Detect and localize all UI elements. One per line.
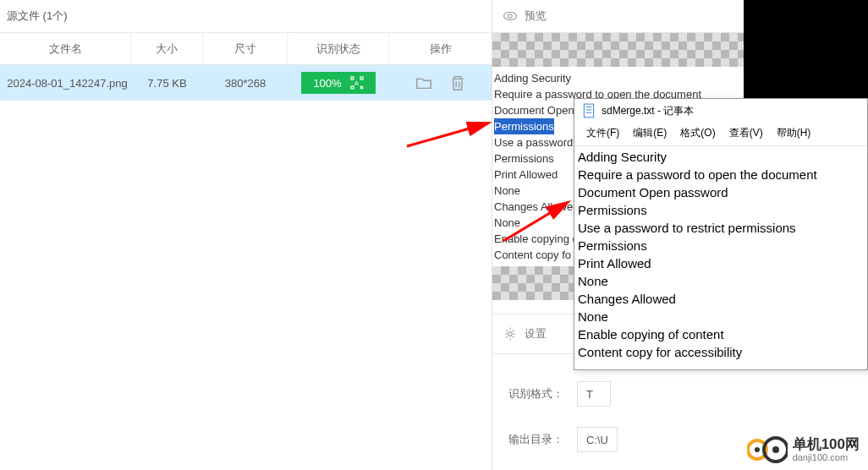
cell-actions bbox=[389, 65, 492, 101]
setting-row-format: 识别格式： T bbox=[492, 371, 868, 417]
table-row[interactable]: 2024-08-01_142247.png 7.75 KB 380*268 10… bbox=[0, 65, 492, 101]
left-panel: 源文件 (1个) 文件名 大小 尺寸 识别状态 操作 2024-08-01_14… bbox=[0, 0, 492, 470]
notepad-line: Print Allowed bbox=[578, 254, 864, 272]
status-percent: 100% bbox=[313, 77, 341, 90]
svg-rect-7 bbox=[584, 104, 593, 118]
notepad-line: Document Open password bbox=[578, 183, 864, 201]
label-output: 输出目录： bbox=[492, 432, 577, 447]
col-header-dim: 尺寸 bbox=[203, 33, 288, 64]
cell-filename: 2024-08-01_142247.png bbox=[0, 65, 131, 101]
status-badge: 100% A bbox=[301, 72, 375, 94]
settings-title: 设置 bbox=[525, 326, 547, 342]
cell-dim: 380*268 bbox=[203, 65, 288, 101]
delete-icon[interactable] bbox=[448, 74, 467, 92]
svg-rect-2 bbox=[351, 86, 354, 89]
notepad-menubar: 文件(F) 编辑(E) 格式(O) 查看(V) 帮助(H) bbox=[574, 123, 867, 146]
notepad-line: Enable copying of content bbox=[578, 325, 864, 343]
col-header-name: 文件名 bbox=[0, 33, 131, 64]
notepad-line: Adding Security bbox=[578, 148, 864, 166]
menu-edit[interactable]: 编辑(E) bbox=[628, 124, 672, 142]
svg-point-5 bbox=[508, 14, 513, 19]
svg-point-4 bbox=[504, 13, 517, 20]
notepad-line: Use a password to restrict permissions bbox=[578, 219, 864, 237]
notepad-line: Permissions bbox=[578, 237, 864, 254]
cell-status: 100% A bbox=[288, 65, 389, 101]
svg-text:A: A bbox=[354, 80, 359, 86]
table-header: 文件名 大小 尺寸 识别状态 操作 bbox=[0, 33, 492, 65]
menu-file[interactable]: 文件(F) bbox=[581, 124, 624, 142]
preview-title: 预览 bbox=[525, 8, 547, 24]
menu-help[interactable]: 帮助(H) bbox=[772, 124, 816, 142]
notepad-titlebar[interactable]: sdMerge.txt - 记事本 bbox=[574, 99, 867, 123]
black-region bbox=[744, 0, 868, 98]
menu-view[interactable]: 查看(V) bbox=[724, 124, 768, 142]
notepad-line: Permissions bbox=[578, 201, 864, 219]
cell-size: 7.75 KB bbox=[131, 65, 203, 101]
input-format[interactable]: T bbox=[577, 381, 611, 407]
document-icon bbox=[581, 103, 596, 118]
site-logo: 单机100网 danji100.com bbox=[747, 434, 860, 465]
notepad-window[interactable]: sdMerge.txt - 记事本 文件(F) 编辑(E) 格式(O) 查看(V… bbox=[574, 98, 868, 370]
notepad-line: None bbox=[578, 272, 864, 290]
svg-rect-0 bbox=[351, 77, 354, 79]
logo-cn: 单机100网 bbox=[793, 437, 860, 453]
notepad-title-text: sdMerge.txt - 记事本 bbox=[602, 104, 694, 118]
open-folder-icon[interactable] bbox=[415, 74, 433, 92]
logo-text: 单机100网 danji100.com bbox=[793, 437, 860, 463]
col-header-size: 大小 bbox=[131, 33, 203, 64]
svg-point-6 bbox=[508, 332, 513, 336]
svg-point-16 bbox=[755, 447, 760, 452]
menu-format[interactable]: 格式(O) bbox=[675, 124, 720, 142]
col-header-actions: 操作 bbox=[389, 33, 492, 64]
input-output[interactable]: C:\U bbox=[577, 427, 618, 452]
ocr-done-icon: A bbox=[350, 76, 364, 90]
preview-selected-text[interactable]: Permissions bbox=[494, 118, 554, 134]
notepad-line: Content copy for accessibility bbox=[578, 343, 864, 361]
gear-icon bbox=[503, 326, 518, 342]
notepad-line: None bbox=[578, 308, 864, 325]
logo-en: danji100.com bbox=[793, 452, 860, 462]
label-format: 识别格式： bbox=[492, 386, 577, 402]
source-files-header: 源文件 (1个) bbox=[0, 0, 492, 33]
eye-icon bbox=[503, 8, 518, 24]
notepad-text-body[interactable]: Adding Security Require a password to op… bbox=[574, 146, 867, 369]
col-header-status: 识别状态 bbox=[288, 33, 389, 64]
notepad-line: Require a password to open the document bbox=[578, 166, 864, 183]
logo-icon bbox=[747, 434, 788, 465]
svg-point-18 bbox=[772, 446, 779, 453]
svg-rect-1 bbox=[360, 77, 363, 79]
notepad-line: Changes Allowed bbox=[578, 290, 864, 308]
